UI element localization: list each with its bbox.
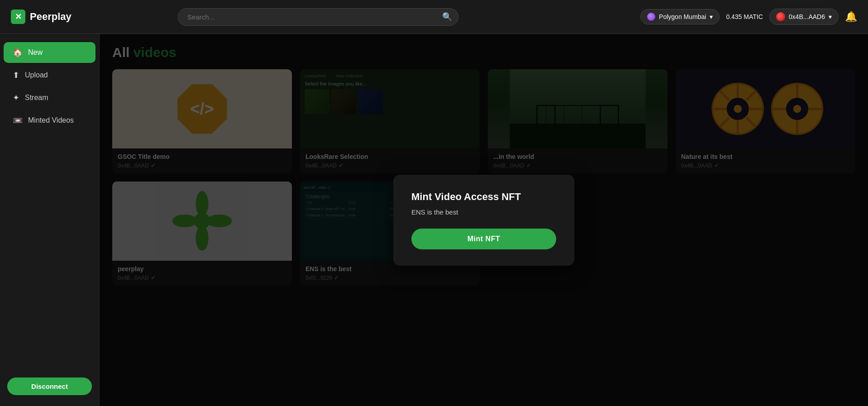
- sidebar-item-upload[interactable]: ⬆ Upload: [4, 65, 95, 86]
- wallet-button[interactable]: 0x4B...AAD6 ▾: [769, 9, 839, 25]
- logo: ✕ Peerplay: [11, 10, 83, 24]
- svg-text:✕: ✕: [15, 12, 22, 21]
- sidebar-item-minted-videos[interactable]: 📼 Minted Videos: [4, 110, 95, 131]
- search-button[interactable]: 🔍: [442, 12, 452, 22]
- wallet-avatar: [776, 12, 785, 21]
- network-icon: [647, 13, 655, 21]
- home-icon: 🏠: [13, 48, 23, 57]
- matic-balance: 0.435 MATIC: [726, 13, 763, 20]
- modal-description: ENS is the best: [411, 208, 556, 216]
- mint-nft-button[interactable]: Mint NFT: [411, 229, 556, 249]
- main-content: All videos </> GSOC Title demo 0x4B...0A…: [100, 34, 868, 406]
- sidebar-item-label-minted-videos: Minted Videos: [28, 116, 74, 124]
- notification-bell[interactable]: 🔔: [845, 11, 857, 23]
- wallet-address: 0x4B...AAD6: [789, 13, 825, 20]
- main-layout: 🏠 New ⬆ Upload ✦ Stream 📼 Minted Videos …: [0, 34, 868, 406]
- chevron-down-icon: ▾: [829, 13, 832, 20]
- modal-box: Mint Video Access NFT ENS is the best Mi…: [393, 175, 574, 266]
- stream-icon: ✦: [13, 93, 19, 103]
- search-input[interactable]: [178, 8, 458, 26]
- network-selector[interactable]: Polygon Mumbai ▾: [640, 9, 720, 24]
- chevron-down-icon: ▾: [710, 13, 713, 20]
- network-label: Polygon Mumbai: [659, 13, 706, 20]
- disconnect-button[interactable]: Disconnect: [7, 377, 92, 395]
- sidebar-item-new[interactable]: 🏠 New: [4, 42, 95, 63]
- sidebar-item-label-new: New: [28, 48, 43, 57]
- sidebar-item-stream[interactable]: ✦ Stream: [4, 87, 95, 108]
- sidebar: 🏠 New ⬆ Upload ✦ Stream 📼 Minted Videos …: [0, 34, 100, 406]
- search-wrap: 🔍: [178, 8, 458, 26]
- logo-icon: ✕: [11, 10, 25, 24]
- sidebar-item-label-stream: Stream: [25, 94, 48, 102]
- topnav: ✕ Peerplay 🔍 Polygon Mumbai ▾ 0.435 MATI…: [0, 0, 868, 34]
- sidebar-item-label-upload: Upload: [25, 71, 48, 79]
- modal-overlay[interactable]: Mint Video Access NFT ENS is the best Mi…: [100, 34, 868, 406]
- upload-icon: ⬆: [13, 70, 19, 80]
- logo-text: Peerplay: [30, 11, 72, 23]
- modal-title: Mint Video Access NFT: [411, 191, 556, 203]
- nav-right: Polygon Mumbai ▾ 0.435 MATIC 0x4B...AAD6…: [640, 9, 857, 25]
- minted-videos-icon: 📼: [13, 115, 23, 125]
